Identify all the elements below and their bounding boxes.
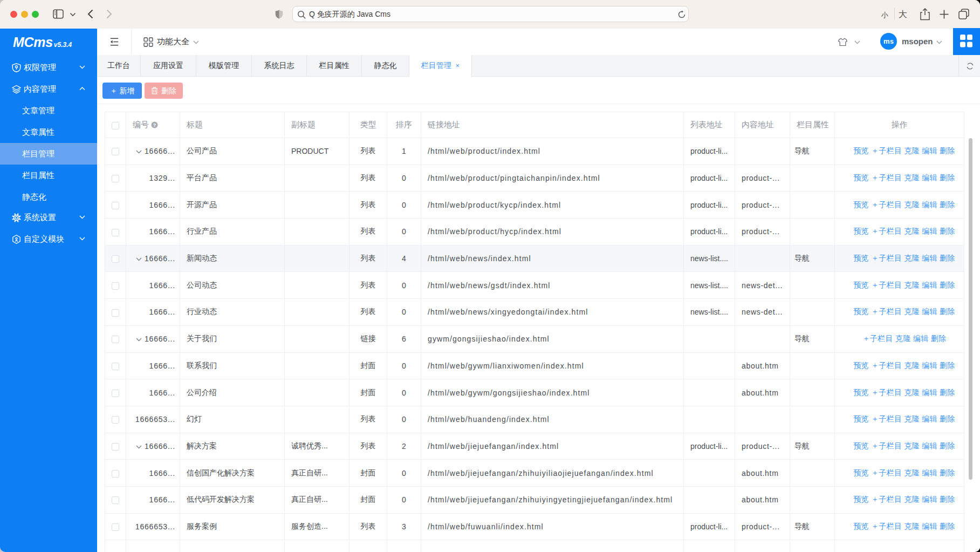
svg-text:?: ? — [153, 122, 156, 128]
